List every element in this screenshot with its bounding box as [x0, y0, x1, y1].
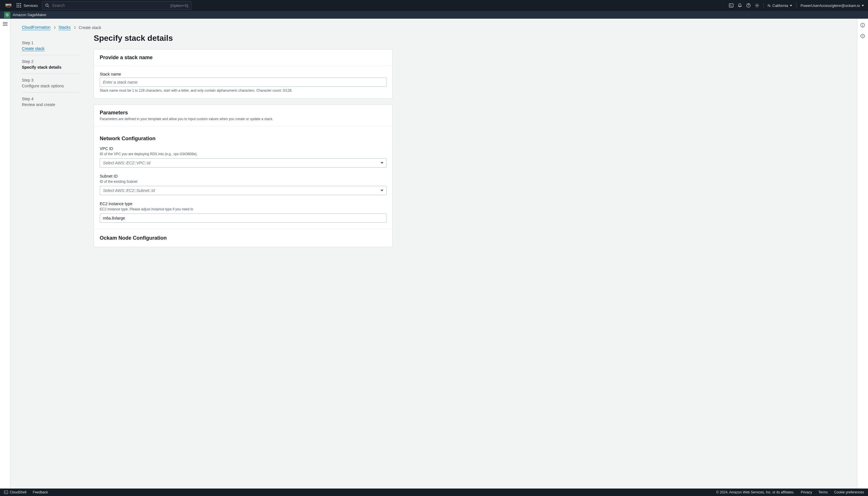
privacy-link[interactable]: Privacy: [801, 490, 812, 494]
svg-point-1: [46, 4, 48, 6]
wizard-step-1[interactable]: Step 1 Create stack: [22, 36, 79, 55]
cloudshell-icon: [4, 490, 8, 494]
wizard-nav: Step 1 Create stack Step 2 Specify stack…: [22, 35, 79, 111]
left-rail: [0, 19, 10, 489]
wizard-step-2: Step 2 Specify stack details: [22, 55, 79, 74]
section-network-config: Network Configuration: [100, 136, 387, 142]
search-icon: [45, 3, 49, 7]
stack-name-label: Stack name: [100, 72, 387, 76]
nav-toggle[interactable]: [3, 22, 7, 489]
cloudshell-button[interactable]: CloudShell: [4, 490, 27, 494]
vpc-select[interactable]: Select AWS::EC2::VPC::Id: [100, 158, 387, 168]
vpc-label: VPC ID: [100, 146, 387, 151]
vpc-placeholder: Select AWS::EC2::VPC::Id: [103, 161, 150, 165]
step-title: Configure stack options: [22, 83, 79, 88]
search-shortcut: [Option+S]: [170, 3, 188, 8]
breadcrumb-link[interactable]: CloudFormation: [22, 25, 50, 30]
service-name[interactable]: Amazon SageMaker: [13, 13, 47, 17]
service-bar: Amazon SageMaker: [0, 11, 868, 19]
breadcrumb-current: Create stack: [79, 25, 102, 30]
clock-icon[interactable]: [860, 34, 865, 40]
console-footer: CloudShell Feedback © 2024, Amazon Web S…: [0, 489, 868, 496]
form-column: Specify stack details Provide a stack na…: [94, 35, 393, 253]
svg-point-5: [757, 5, 758, 6]
region-name: N. California: [768, 3, 788, 8]
section-ockam-config: Ockam Node Configuration: [100, 235, 387, 241]
copyright: © 2024, Amazon Web Services, Inc. or its…: [716, 490, 794, 494]
wizard-step-4: Step 4 Review and create: [22, 93, 79, 111]
wizard-step-3: Step 3 Configure stack options: [22, 74, 79, 93]
region-selector[interactable]: N. California: [768, 3, 792, 8]
global-search[interactable]: [Option+S]: [42, 1, 191, 10]
feedback-link[interactable]: Feedback: [33, 490, 48, 494]
page-title: Specify stack details: [94, 34, 393, 43]
subnet-hint: ID of the existing Subnet: [100, 180, 387, 184]
breadcrumb-link[interactable]: Stacks: [59, 25, 71, 30]
cookie-prefs-link[interactable]: Cookie preferences: [834, 490, 864, 494]
subnet-field: Subnet ID ID of the existing Subnet Sele…: [100, 174, 387, 195]
aws-logo[interactable]: aws: [4, 3, 13, 8]
cloudshell-label: CloudShell: [10, 490, 27, 494]
help-icon[interactable]: [746, 3, 751, 8]
vpc-field: VPC ID ID of the VPC you are deploying R…: [100, 146, 387, 168]
ec2-hint: EC2 instance type. Please adjust instanc…: [100, 207, 387, 211]
notifications-icon[interactable]: [738, 3, 742, 8]
account-menu[interactable]: PowerUserAccess/glenn@ockam.io: [801, 3, 864, 8]
sagemaker-icon: [4, 12, 10, 18]
svg-line-2: [48, 6, 49, 7]
services-label: Services: [24, 3, 38, 8]
svg-rect-12: [4, 491, 8, 494]
step-number: Step 2: [22, 59, 79, 64]
caret-down-icon: [790, 5, 792, 6]
panel-heading: Provide a stack name: [100, 55, 387, 61]
panel-description: Parameters are defined in your template …: [100, 117, 387, 121]
svg-point-9: [863, 24, 863, 25]
divider: [796, 3, 796, 8]
svg-rect-10: [863, 25, 863, 26]
step-title: Review and create: [22, 102, 79, 107]
caret-down-icon: [381, 190, 384, 191]
cloudshell-icon[interactable]: [729, 3, 733, 8]
vpc-hint: ID of the VPC you are deploying RDS into…: [100, 152, 387, 156]
step-number: Step 1: [22, 41, 79, 45]
ec2-instance-type-input[interactable]: [100, 214, 387, 223]
panel-heading: Parameters: [100, 110, 387, 116]
step-title: Create stack: [22, 46, 79, 51]
stack-name-panel: Provide a stack name Stack name Stack na…: [94, 49, 393, 98]
svg-point-7: [6, 14, 8, 16]
services-grid-icon: [17, 3, 21, 8]
divider: [763, 3, 764, 8]
parameters-panel: Parameters Parameters are defined in you…: [94, 104, 393, 247]
breadcrumbs: CloudFormation Stacks Create stack: [22, 25, 840, 30]
caret-down-icon: [862, 5, 864, 6]
settings-icon[interactable]: [755, 3, 759, 8]
aws-top-nav: aws Services [Option+S] N. California Po…: [0, 0, 868, 11]
subnet-label: Subnet ID: [100, 174, 387, 179]
search-input[interactable]: [52, 3, 168, 8]
services-menu[interactable]: Services: [17, 3, 38, 8]
step-title: Specify stack details: [22, 65, 79, 69]
right-rail: [857, 19, 868, 489]
step-number: Step 3: [22, 78, 79, 82]
info-icon[interactable]: [860, 23, 865, 29]
user-name: PowerUserAccess/glenn@ockam.io: [801, 3, 860, 8]
subnet-select[interactable]: Select AWS::EC2::Subnet::Id: [100, 186, 387, 195]
terms-link[interactable]: Terms: [818, 490, 828, 494]
stack-name-input[interactable]: [100, 78, 387, 87]
section-divider: [94, 229, 392, 229]
ec2-label: EC2 instance type: [100, 201, 387, 206]
chevron-right-icon: [74, 26, 76, 29]
chevron-right-icon: [53, 26, 56, 29]
content-area: CloudFormation Stacks Create stack Step …: [10, 19, 857, 489]
stack-name-hint: Stack name must be 1 to 128 characters, …: [100, 89, 387, 93]
caret-down-icon: [381, 162, 384, 164]
step-number: Step 4: [22, 96, 79, 101]
ec2-field: EC2 instance type EC2 instance type. Ple…: [100, 201, 387, 223]
svg-rect-3: [729, 4, 733, 7]
subnet-placeholder: Select AWS::EC2::Subnet::Id: [103, 188, 155, 193]
